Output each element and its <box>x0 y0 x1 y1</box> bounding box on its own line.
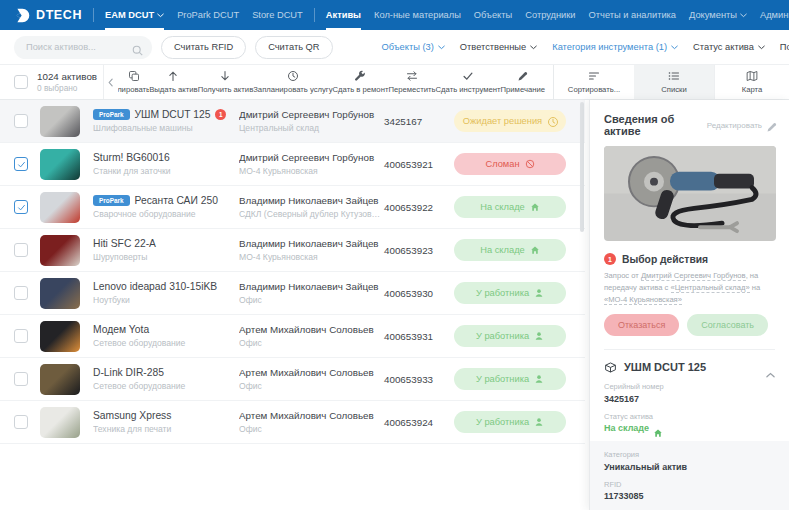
status-badge: На складе <box>454 196 566 218</box>
search-icon <box>132 42 143 53</box>
asset-thumbnail <box>40 192 80 223</box>
filter-dropdown[interactable]: Ответственные <box>460 42 537 52</box>
asset-photo <box>604 146 776 241</box>
table-row[interactable]: Модем Yota Сетевое оборудование Артем Ми… <box>0 315 585 358</box>
filter-dropdown[interactable]: Категория инструмента (1) <box>552 42 678 52</box>
requester-link[interactable]: Дмитрий Сергеевич Горбунов <box>641 271 746 281</box>
status-badge: У работника <box>454 282 566 304</box>
nav-item[interactable]: Кол-ные материалы <box>374 0 461 30</box>
filter-dropdown[interactable]: Объекты (3) <box>382 42 445 52</box>
bulk-action-label: Сдать инструмент <box>436 85 501 94</box>
selection-summary: 1024 активов 0 выбрано <box>0 65 104 99</box>
scrollbar-thumb[interactable] <box>580 102 584 232</box>
filter-dropdown[interactable]: Подписка <box>780 42 789 52</box>
table-row[interactable]: ProPark Ресанта САИ 250 Сварочное оборуд… <box>0 186 585 229</box>
swap-icon <box>406 70 418 82</box>
asset-section-header[interactable]: УШМ DCUT 125 <box>604 349 775 382</box>
table-row[interactable]: ProPark УШМ DCUT 125 1 Шлифовальные маши… <box>0 100 585 143</box>
asset-name: Ресанта САИ 250 <box>135 195 218 206</box>
read-rfid-button[interactable]: Считать RFID <box>161 36 246 59</box>
asset-category: Шлифовальные машины <box>93 123 239 133</box>
asset-thumbnail <box>40 407 80 438</box>
row-checkbox[interactable] <box>14 329 28 343</box>
bulk-action-button[interactable]: Сдать в ремонт <box>333 70 389 94</box>
dtech-logo[interactable]: DTECH <box>14 7 82 24</box>
nav-item[interactable]: Документы <box>689 0 747 30</box>
workspace-tab[interactable]: ProPark DCUT <box>177 0 239 30</box>
status-badge: У работника <box>454 325 566 347</box>
chevron-down-icon <box>740 13 747 18</box>
row-checkbox[interactable] <box>14 114 28 128</box>
nav-item[interactable]: Сотрудники <box>525 0 575 30</box>
read-qr-button[interactable]: Считать QR <box>255 36 332 59</box>
asset-table: ProPark УШМ DCUT 125 1 Шлифовальные маши… <box>0 100 585 510</box>
table-row[interactable]: Lenovo ideapad 310-15iKB Ноутбуки Владим… <box>0 272 585 315</box>
table-row[interactable]: Hiti SFC 22-A Шуруповерты Владимир Никол… <box>0 229 585 272</box>
detail-field: Категория Уникальный актив <box>604 450 775 472</box>
scroll-left-button[interactable] <box>104 65 116 99</box>
table-row[interactable]: Sturm! BG60016 Станки для заточки Дмитри… <box>0 143 585 186</box>
nav-item[interactable]: Объекты <box>474 0 512 30</box>
row-checkbox[interactable] <box>14 415 28 429</box>
status-label: У работника <box>476 288 529 298</box>
asset-photo-image <box>604 146 776 241</box>
status-label: У работника <box>476 417 529 427</box>
bulk-action-button[interactable]: Сдать инструмент <box>436 70 501 94</box>
approve-button[interactable]: Согласовать <box>687 314 768 336</box>
decline-button[interactable]: Отказаться <box>604 314 679 336</box>
propark-badge: ProPark <box>93 195 130 206</box>
nav-item-label: Активы <box>326 10 361 20</box>
asset-category: Шуруповерты <box>93 252 239 262</box>
row-checkbox[interactable] <box>14 286 28 300</box>
bulk-action-button[interactable]: Выдать актив <box>149 70 198 94</box>
view-switch-tab[interactable]: Списки <box>634 65 714 99</box>
asset-alert-badge: 1 <box>215 109 226 120</box>
bulk-action-label: Сдать в ремонт <box>333 85 389 94</box>
responsible-person: Владимир Николаевич Зайцев <box>239 281 384 292</box>
chevron-up-icon[interactable] <box>766 364 775 370</box>
responsible-person: Владимир Николаевич Зайцев <box>239 195 384 206</box>
row-checkbox[interactable] <box>14 372 28 386</box>
filter-dropdown[interactable]: Статус актива <box>693 42 765 52</box>
to-location-link[interactable]: «МО-4 Курьяновская» <box>604 295 682 305</box>
status-badge: На складе <box>454 239 566 261</box>
bulk-action-label: Выдать актив <box>149 85 198 94</box>
edit-button[interactable]: Редактировать <box>707 121 775 130</box>
nav-item-label: Документы <box>689 10 737 20</box>
table-row[interactable]: D-Link DIR-285 Сетевое оборудование Арте… <box>0 358 585 401</box>
chevron-down-icon <box>671 45 678 50</box>
row-checkbox[interactable] <box>14 243 28 257</box>
workspace-tab[interactable]: EAM DCUT <box>105 0 164 30</box>
bulk-action-button[interactable]: Переместить <box>388 70 435 94</box>
bulk-action-button[interactable]: лировать <box>118 70 149 94</box>
status-badge: Сломан <box>454 153 566 175</box>
workspace-tab-label: EAM DCUT <box>105 10 154 20</box>
asset-location: Офис <box>239 295 384 305</box>
asset-thumbnail <box>40 364 80 395</box>
row-checkbox[interactable] <box>14 157 28 171</box>
view-switch-tab[interactable]: Карта <box>714 65 789 99</box>
sort-button[interactable]: Сортировать... <box>554 65 634 99</box>
asset-thumbnail <box>40 106 80 137</box>
workspace-tab[interactable]: Store DCUT <box>252 0 303 30</box>
nav-item[interactable]: Отчеты и аналитика <box>589 0 676 30</box>
nav-item[interactable]: Активы <box>326 0 361 30</box>
select-all-checkbox[interactable] <box>14 75 28 89</box>
table-row[interactable]: Samsung Xpress Техника для печати Артем … <box>0 401 585 444</box>
filter-label: Статус актива <box>693 42 754 52</box>
bulk-action-button[interactable]: Получить актив <box>198 70 254 94</box>
person-icon <box>534 417 544 427</box>
bulk-action-button[interactable]: Примечание <box>501 70 546 94</box>
asset-category: Сетевое оборудование <box>93 381 239 391</box>
toolbar-right: Сортировать... Списки Карта <box>553 65 789 99</box>
row-checkbox[interactable] <box>14 200 28 214</box>
asset-location: Офис <box>239 381 384 391</box>
serial-number: 400653931 <box>384 331 452 342</box>
bulk-action-button[interactable]: Запланировать услугу <box>253 70 332 94</box>
from-location-link[interactable]: «Центральный склад» <box>671 283 750 293</box>
nav-item[interactable]: Администрирование <box>760 0 789 30</box>
bulk-action-label: Примечание <box>501 85 546 94</box>
detail-field-label: Категория <box>604 450 775 459</box>
detail-field: Серийный номер 3425167 <box>604 382 775 404</box>
header-divider <box>314 8 315 22</box>
